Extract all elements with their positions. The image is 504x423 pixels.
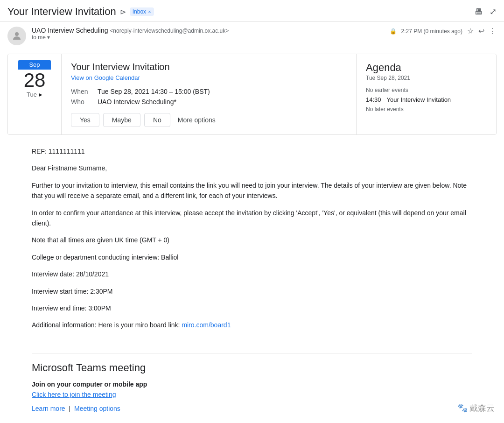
inbox-label: Inbox: [133, 8, 146, 15]
divider-1: [32, 353, 472, 353]
inbox-badge[interactable]: Inbox ×: [130, 7, 154, 16]
teams-join-label: Join on your computer or mobile app: [32, 381, 472, 388]
header-actions: 🖶 ⤢: [475, 7, 497, 17]
invite-title: Your Interview Invitation: [71, 62, 347, 72]
meeting-options-link[interactable]: Meeting options: [74, 405, 120, 412]
greeting: Dear Firstname Surname,: [32, 163, 472, 173]
invite-buttons: Yes Maybe No More options: [71, 113, 347, 127]
teams-join-link[interactable]: Click here to join the meeting: [32, 391, 116, 398]
yes-button[interactable]: Yes: [71, 113, 99, 127]
more-options-icon[interactable]: ⋮: [489, 27, 497, 35]
paragraph-1: Further to your invitation to interview,…: [32, 180, 472, 201]
ref-number: REF: 1111111111: [32, 146, 472, 156]
sender-email: <noreply-interviewscheduling@admin.ox.ac…: [110, 28, 229, 34]
when-label: When: [71, 88, 92, 95]
who-label: Who: [71, 98, 92, 106]
detail-line-1: Note that all times are given UK time (G…: [32, 235, 472, 245]
email-subject: Your Interview Invitation: [7, 6, 116, 18]
avatar: [7, 27, 26, 45]
forward-icon: ⊳: [120, 7, 126, 16]
paragraph-2: In order to confirm your attendance at t…: [32, 208, 472, 229]
to-me-chevron: ▾: [47, 34, 50, 41]
agenda-section: Agenda Tue Sep 28, 2021 No earlier event…: [356, 54, 496, 134]
when-value: Tue Sep 28, 2021 14:30 – 15:00 (BST): [98, 88, 210, 95]
detail-line-5: Interview end time: 3:00PM: [32, 303, 472, 313]
email-body: REF: 1111111111 Dear Firstname Surname, …: [0, 142, 504, 345]
reply-icon[interactable]: ↩: [478, 27, 484, 35]
calendar-triangle: ▶: [39, 92, 42, 97]
print-icon[interactable]: 🖶: [475, 7, 483, 17]
miro-prefix: Additional information: Here is your mir…: [32, 321, 182, 329]
agenda-title: Agenda: [366, 62, 487, 74]
maybe-button[interactable]: Maybe: [103, 113, 140, 127]
when-row: When Tue Sep 28, 2021 14:30 – 15:00 (BST…: [71, 88, 347, 95]
calendar-day: 28: [24, 70, 46, 91]
agenda-no-later: No later events: [366, 106, 487, 113]
learn-more-link[interactable]: Learn more: [32, 405, 65, 412]
sender-name: UAO Interview Scheduling: [32, 27, 108, 34]
inbox-close-icon[interactable]: ×: [148, 9, 151, 14]
to-me[interactable]: to me ▾: [32, 34, 384, 41]
detail-line-6: Additional information: Here is your mir…: [32, 320, 472, 330]
calendar-weekday: Tue ▶: [27, 91, 42, 98]
agenda-date: Tue Sep 28, 2021: [366, 75, 487, 81]
agenda-event-time: 14:30: [366, 96, 381, 103]
email-header: Your Interview Invitation ⊳ Inbox × 🖶 ⤢: [0, 0, 504, 22]
external-link-icon[interactable]: ⤢: [490, 7, 497, 17]
star-icon[interactable]: ☆: [467, 27, 474, 35]
svg-point-0: [15, 32, 19, 36]
google-calendar-link[interactable]: View on Google Calendar: [71, 74, 347, 81]
agenda-event-title: Your Interview Invitation: [387, 96, 451, 103]
miro-link[interactable]: miro.com/board1: [182, 321, 231, 329]
no-button[interactable]: No: [144, 113, 170, 127]
calendar-icon-section: Sep 28 Tue ▶: [8, 54, 62, 134]
who-value: UAO Interview Scheduling*: [98, 98, 176, 106]
teams-section: Microsoft Teams meeting Join on your com…: [0, 362, 504, 420]
teams-footer: Learn more | Meeting options: [32, 405, 472, 412]
sender-row: UAO Interview Scheduling <noreply-interv…: [0, 22, 504, 50]
agenda-no-earlier: No earlier events: [366, 87, 487, 93]
separator: |: [69, 405, 70, 412]
subject-row: Your Interview Invitation ⊳ Inbox ×: [7, 6, 154, 18]
sender-name-email: UAO Interview Scheduling <noreply-interv…: [32, 27, 384, 34]
sender-info: UAO Interview Scheduling <noreply-interv…: [32, 27, 384, 41]
watermark: 🐾 戴森云: [457, 402, 495, 414]
invite-details: Your Interview Invitation View on Google…: [62, 54, 356, 134]
teams-title: Microsoft Teams meeting: [32, 362, 472, 374]
detail-line-4: Interview start time: 2:30PM: [32, 286, 472, 296]
detail-line-2: College or department conducting intervi…: [32, 252, 472, 262]
more-options-button[interactable]: More options: [174, 113, 219, 127]
detail-line-3: Interview date: 28/10/2021: [32, 269, 472, 279]
confidential-icon: 🔒: [390, 28, 397, 35]
invite-card: Sep 28 Tue ▶ Your Interview Invitation V…: [7, 54, 497, 135]
who-row: Who UAO Interview Scheduling*: [71, 98, 347, 106]
sender-meta: 🔒 2:27 PM (0 minutes ago) ☆ ↩ ⋮: [390, 27, 497, 35]
agenda-event-row: 14:30 Your Interview Invitation: [366, 96, 487, 103]
email-timestamp: 2:27 PM (0 minutes ago): [401, 28, 462, 35]
calendar-month: Sep: [18, 60, 51, 70]
